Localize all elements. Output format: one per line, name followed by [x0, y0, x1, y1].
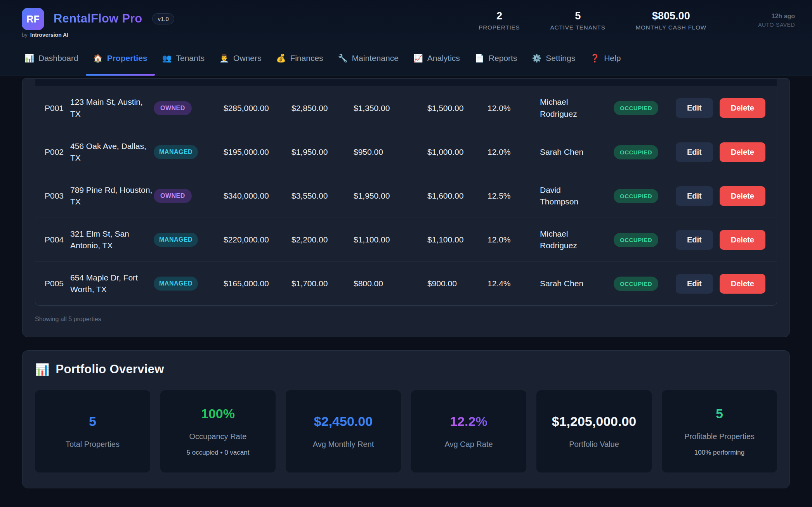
- cash-flow-cell: $1,500.00: [427, 104, 488, 113]
- ownership-cell: OWNED: [154, 101, 224, 115]
- expenses-cell: $1,100.00: [354, 235, 427, 244]
- tab-analytics[interactable]: 📈 Analytics: [406, 40, 467, 76]
- row-actions: Edit Delete: [676, 230, 777, 250]
- stat-active-tenants: 5 ACTIVE TENANTS: [550, 10, 606, 31]
- portfolio-stat-cards: 5 Total Properties 100% Occupancy Rate 5…: [35, 390, 777, 472]
- monthly-rent-cell: $2,200.00: [291, 235, 354, 244]
- tab-dashboard[interactable]: 📊 Dashboard: [17, 40, 86, 76]
- chart-increasing-icon: 📈: [413, 54, 423, 63]
- occupancy-cell: OCCUPIED: [614, 101, 676, 115]
- table-row: P002 456 Oak Ave, Dallas, TX MANAGED $19…: [35, 130, 777, 174]
- card-total-properties-label: Total Properties: [66, 440, 120, 449]
- monthly-rent-cell: $1,950.00: [291, 147, 354, 157]
- portfolio-overview-panel: 📊 Portfolio Overview 5 Total Properties …: [22, 350, 790, 488]
- row-actions: Edit Delete: [676, 186, 777, 206]
- card-occupancy-rate-sub: 5 occupied • 0 vacant: [187, 449, 250, 457]
- ownership-cell: MANAGED: [154, 277, 224, 291]
- property-address-cell: 321 Elm St, San Antonio, TX: [70, 228, 154, 252]
- cash-flow-cell: $1,600.00: [427, 191, 488, 201]
- stat-properties-label: PROPERTIES: [479, 24, 520, 31]
- delete-button[interactable]: Delete: [720, 274, 765, 294]
- tenant-cell: Sarah Chen: [540, 278, 614, 289]
- delete-button[interactable]: Delete: [720, 142, 765, 162]
- property-address-cell: 789 Pine Rd, Houston, TX: [70, 184, 154, 208]
- property-address-cell: 654 Maple Dr, Fort Worth, TX: [70, 272, 154, 296]
- occupancy-badge: OCCUPIED: [614, 101, 658, 115]
- property-value-cell: $220,000.00: [224, 235, 291, 244]
- expenses-cell: $1,350.00: [354, 104, 427, 113]
- tab-maintenance[interactable]: 🔧 Maintenance: [331, 40, 406, 76]
- ownership-badge: MANAGED: [154, 145, 198, 159]
- autosave-time: 12h ago: [748, 13, 795, 20]
- delete-button[interactable]: Delete: [720, 98, 765, 118]
- properties-table: P001 123 Main St, Austin, TX OWNED $285,…: [35, 79, 777, 306]
- property-value-cell: $340,000.00: [224, 191, 291, 201]
- tab-properties[interactable]: 🏠 Properties: [86, 40, 155, 76]
- tab-settings[interactable]: ⚙️ Settings: [524, 40, 583, 76]
- stat-active-tenants-value: 5: [550, 10, 606, 22]
- cap-rate-cell: 12.4%: [488, 279, 540, 288]
- card-portfolio-value-value: $1,205,000.00: [552, 414, 636, 429]
- property-id-cell: P003: [35, 191, 70, 201]
- tab-finances-label: Finances: [290, 54, 323, 63]
- document-icon: 📄: [475, 54, 484, 63]
- card-avg-cap-rate: 12.2% Avg Cap Rate: [411, 390, 526, 472]
- byline-prefix: by: [22, 32, 28, 38]
- app-title: RentalFlow Pro: [54, 12, 142, 26]
- tab-owners[interactable]: 👨‍💼 Owners: [212, 40, 269, 76]
- card-profitable-properties-label: Profitable Properties: [684, 432, 755, 441]
- occupancy-cell: OCCUPIED: [614, 233, 676, 247]
- portfolio-overview-title: Portfolio Overview: [56, 362, 164, 376]
- autosave-status: 12h ago AUTO-SAVED: [748, 13, 795, 28]
- cap-rate-cell: 12.0%: [488, 147, 540, 157]
- card-occupancy-rate-value: 100%: [201, 406, 235, 421]
- property-id-cell: P001: [35, 104, 70, 113]
- delete-button[interactable]: Delete: [720, 230, 765, 250]
- tenant-cell: Michael Rodriguez: [540, 228, 614, 252]
- property-value-cell: $165,000.00: [224, 279, 291, 288]
- card-occupancy-rate-label: Occupancy Rate: [189, 432, 247, 441]
- table-header-clipped: [35, 79, 777, 86]
- tab-maintenance-label: Maintenance: [352, 54, 399, 63]
- people-icon: 👥: [162, 54, 172, 63]
- tab-help[interactable]: ❓ Help: [583, 40, 628, 76]
- stat-properties-value: 2: [479, 10, 520, 22]
- edit-button[interactable]: Edit: [676, 142, 713, 162]
- tab-owners-label: Owners: [233, 54, 261, 63]
- table-row: P001 123 Main St, Austin, TX OWNED $285,…: [35, 86, 777, 130]
- occupancy-badge: OCCUPIED: [614, 189, 658, 203]
- dashboard-icon: 📊: [24, 54, 34, 63]
- stat-monthly-cash-flow: $805.00 MONTHLY CASH FLOW: [636, 10, 706, 31]
- property-id-cell: P005: [35, 279, 70, 288]
- tab-finances[interactable]: 💰 Finances: [269, 40, 330, 76]
- card-total-properties: 5 Total Properties: [35, 390, 150, 472]
- ownership-badge: MANAGED: [154, 233, 198, 247]
- row-actions: Edit Delete: [676, 98, 777, 118]
- ownership-badge: OWNED: [154, 101, 192, 115]
- occupancy-badge: OCCUPIED: [614, 277, 658, 291]
- table-row: P004 321 Elm St, San Antonio, TX MANAGED…: [35, 218, 777, 261]
- tab-analytics-label: Analytics: [427, 54, 460, 63]
- occupancy-badge: OCCUPIED: [614, 233, 658, 247]
- edit-button[interactable]: Edit: [676, 186, 713, 206]
- property-value-cell: $285,000.00: [224, 104, 291, 113]
- cap-rate-cell: 12.0%: [488, 104, 540, 113]
- monthly-rent-cell: $3,550.00: [291, 191, 354, 201]
- app-logo: RF: [22, 8, 44, 30]
- row-actions: Edit Delete: [676, 142, 777, 162]
- ownership-cell: OWNED: [154, 189, 224, 203]
- tab-tenants[interactable]: 👥 Tenants: [155, 40, 212, 76]
- card-avg-monthly-rent-label: Avg Monthly Rent: [313, 440, 374, 449]
- property-address-cell: 123 Main St, Austin, TX: [70, 96, 154, 120]
- tenant-cell: Sarah Chen: [540, 146, 614, 158]
- edit-button[interactable]: Edit: [676, 230, 713, 250]
- table-row: P005 654 Maple Dr, Fort Worth, TX MANAGE…: [35, 261, 777, 305]
- tab-properties-label: Properties: [107, 54, 147, 63]
- stat-monthly-cash-flow-label: MONTHLY CASH FLOW: [636, 24, 706, 31]
- tab-reports[interactable]: 📄 Reports: [467, 40, 525, 76]
- card-portfolio-value: $1,205,000.00 Portfolio Value: [536, 390, 652, 472]
- card-profitable-properties-value: 5: [716, 406, 723, 421]
- edit-button[interactable]: Edit: [676, 98, 713, 118]
- delete-button[interactable]: Delete: [720, 186, 765, 206]
- edit-button[interactable]: Edit: [676, 274, 713, 294]
